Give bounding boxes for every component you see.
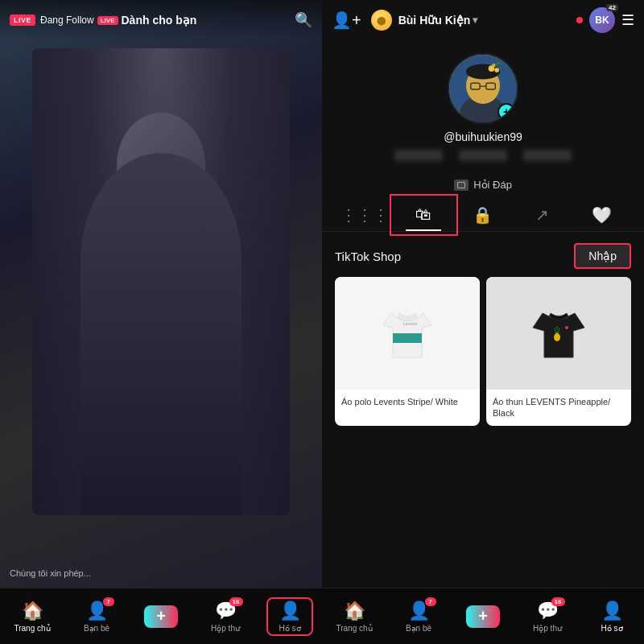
product-card-2[interactable]: Áo thun LEVENTS Pineapple/ Black [486, 277, 631, 426]
right-bottom-nav: 🏠 Trang chủ 👤 7 Bạn bè + 💬 16 Hộp thư 👤 … [322, 588, 644, 644]
right-nav-inbox-label: Hộp thư [533, 624, 562, 633]
live-badge: LIVE [10, 14, 35, 26]
friends-badge: 7 [103, 597, 114, 606]
grid-icon: ⋮⋮⋮ [341, 205, 389, 225]
left-panel: LIVE Đang Follow LIVE Dành cho bạn 🔍 Chú… [0, 0, 322, 644]
profile-section: + @buihuukien99 [322, 40, 644, 174]
tab-repost[interactable]: ↗ [513, 199, 572, 231]
right-nav-home-label: Trang chủ [336, 624, 372, 633]
left-header: LIVE Đang Follow LIVE Dành cho bạn 🔍 [0, 0, 322, 40]
profile-handle: @buihuukien99 [444, 130, 522, 143]
username-text: Bùi Hữu Kiện [398, 14, 471, 27]
chevron-down-icon: ▾ [473, 14, 477, 26]
profile-icon: 👤 [279, 601, 301, 621]
stat-likes [523, 150, 572, 161]
qa-section[interactable]: Hỏi Đáp [322, 174, 644, 199]
tab-lock[interactable]: 🔒 [453, 199, 513, 231]
right-friends-icon: 👤 7 [408, 601, 430, 621]
tab-grid[interactable]: ⋮⋮⋮ [335, 199, 394, 231]
product-name-1: Áo polo Levents Stripe/ White [335, 390, 480, 414]
right-create-button[interactable]: + [466, 605, 500, 628]
product-grid: Levents Áo polo Levents Stripe/ White [322, 277, 644, 439]
profile-stats [394, 150, 572, 161]
nav-home[interactable]: 🏠 Trang chủ [12, 601, 52, 633]
coin-symbol: ⬤ [377, 16, 386, 25]
stat-followers [459, 150, 507, 161]
qa-icon [454, 180, 469, 191]
right-home-icon: 🏠 [344, 601, 365, 621]
right-inbox-icon: 💬 16 [537, 601, 559, 621]
video-overlay-text: Chúng tôi xin phép... [10, 568, 312, 580]
header-avatar[interactable]: BK 42 [589, 7, 615, 33]
create-button[interactable]: + [144, 605, 178, 628]
right-nav-create[interactable]: + [463, 605, 503, 628]
repost-icon: ↗ [535, 205, 549, 225]
person-body [80, 153, 242, 515]
nav-friends-label: Bạn bè [84, 624, 109, 633]
username-display[interactable]: Bùi Hữu Kiện ▾ [398, 14, 570, 27]
stat-following [394, 150, 443, 161]
profile-avatar[interactable]: + [448, 53, 518, 124]
right-inbox-badge: 16 [551, 597, 565, 606]
qa-label: Hỏi Đáp [473, 179, 512, 191]
home-icon: 🏠 [22, 601, 43, 621]
svg-text:Levents: Levents [403, 321, 418, 326]
svg-point-16 [565, 326, 568, 329]
black-shirt-svg [526, 297, 591, 369]
right-header: 👤+ ⬤ Bùi Hữu Kiện ▾ BK 42 ☰ [322, 0, 644, 40]
white-shirt-svg: Levents [375, 297, 440, 369]
inbox-icon: 💬 16 [215, 601, 237, 621]
coin-icon[interactable]: ⬤ [371, 10, 392, 31]
inbox-badge: 16 [229, 597, 243, 606]
product-image-2 [486, 277, 631, 390]
qa-icon-inner [457, 182, 465, 188]
right-friends-badge: 7 [425, 597, 436, 606]
hamburger-icon[interactable]: ☰ [621, 11, 634, 29]
nav-home-label: Trang chủ [14, 624, 50, 633]
shop-bag-icon: 🛍 [415, 205, 431, 224]
nav-inbox[interactable]: 💬 16 Hộp thư [205, 601, 246, 633]
live-dot: LIVE [97, 16, 118, 25]
right-panel: 👤+ ⬤ Bùi Hữu Kiện ▾ BK 42 ☰ [322, 0, 644, 644]
svg-point-8 [494, 68, 499, 72]
right-profile-icon: 👤 [601, 601, 623, 621]
profile-tabs: ⋮⋮⋮ 🛍 🔒 ↗ 🤍 [322, 199, 644, 232]
right-nav-inbox[interactable]: 💬 16 Hộp thư [527, 601, 568, 633]
video-person [32, 48, 290, 515]
heart-icon: 🤍 [592, 205, 612, 225]
nav-inbox-label: Hộp thư [211, 624, 240, 633]
nav-friends[interactable]: 👤 7 Bạn bè [76, 601, 117, 633]
lock-icon: 🔒 [473, 205, 493, 225]
left-bottom-nav: 🏠 Trang chủ 👤 7 Bạn bè + 💬 16 Hộp thư 👤 … [0, 588, 322, 644]
right-nav-profile-label: Hồ sơ [601, 624, 623, 633]
product-image-1: Levents [335, 277, 480, 390]
following-label[interactable]: Đang Follow [40, 14, 94, 26]
shop-title: TikTok Shop [335, 250, 574, 263]
nhap-button[interactable]: Nhập [574, 243, 631, 269]
right-nav-friends-label: Bạn bè [406, 624, 431, 633]
search-icon[interactable]: 🔍 [295, 11, 312, 29]
tab-shop[interactable]: 🛍 [394, 199, 454, 231]
online-indicator [576, 17, 583, 23]
add-user-icon[interactable]: 👤+ [332, 10, 361, 30]
nav-create[interactable]: + [141, 605, 181, 628]
svg-rect-10 [393, 333, 422, 343]
for-you-label[interactable]: Dành cho bạn [122, 14, 197, 27]
nav-profile[interactable]: 👤 Hồ sơ [270, 601, 310, 633]
nav-profile-label: Hồ sơ [279, 624, 301, 633]
avatar-number: 42 [606, 4, 618, 11]
shop-header: TikTok Shop Nhập [322, 232, 644, 277]
right-nav-home[interactable]: 🏠 Trang chủ [334, 601, 374, 633]
tab-liked[interactable]: 🤍 [572, 199, 631, 231]
product-card-1[interactable]: Levents Áo polo Levents Stripe/ White [335, 277, 480, 426]
right-nav-friends[interactable]: 👤 7 Bạn bè [398, 601, 439, 633]
avatar-follow-button[interactable]: + [497, 103, 515, 121]
friends-icon: 👤 7 [86, 601, 108, 621]
product-name-2: Áo thun LEVENTS Pineapple/ Black [486, 390, 631, 426]
svg-point-12 [554, 333, 560, 341]
right-nav-profile[interactable]: 👤 Hồ sơ [592, 601, 632, 633]
